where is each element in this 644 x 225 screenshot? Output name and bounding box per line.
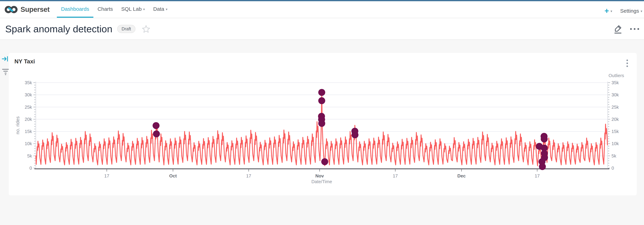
ellipsis-icon <box>638 28 639 30</box>
outlier-point[interactable] <box>321 158 328 165</box>
kebab-icon <box>626 62 628 64</box>
expand-filter-bar-icon <box>2 55 10 62</box>
filter-bar-button[interactable] <box>2 68 10 76</box>
x-axis-label: 17 <box>104 173 109 179</box>
kebab-icon <box>626 65 628 67</box>
settings-label: Settings <box>620 8 639 14</box>
x-axis-label: 17 <box>246 173 251 179</box>
x-axis-title: Date/Time <box>312 179 332 184</box>
outlier-point[interactable] <box>153 122 160 129</box>
timeseries-chart[interactable]: 005k5k10k10k15k15k20k20k25k25k30k30k35k3… <box>9 53 637 195</box>
nav-item-label: Charts <box>98 6 113 12</box>
infinity-icon <box>4 5 18 14</box>
outlier-point[interactable] <box>318 97 325 104</box>
nav-item-label: SQL Lab <box>121 6 142 12</box>
brand-name: Superset <box>20 5 50 13</box>
status-badge: Draft <box>117 25 135 33</box>
y-axis-label-right: 5k <box>612 153 616 159</box>
dashboard-header: Spark anomaly detection Draft <box>0 18 644 40</box>
y-axis-label-left: 35k <box>25 80 32 85</box>
navbar-right: + ▾ Settings ▾ <box>604 2 642 19</box>
star-icon <box>142 25 150 33</box>
x-axis-label: Oct <box>169 173 177 179</box>
expand-filter-bar-button[interactable] <box>2 55 10 63</box>
y-axis-label-right: 30k <box>612 92 619 97</box>
page-title: Spark anomaly detection <box>5 23 112 34</box>
y-axis-label-right: 10k <box>612 141 619 146</box>
nav-item-dashboards[interactable]: Dashboards <box>57 1 93 18</box>
outlier-point[interactable] <box>539 163 546 170</box>
x-axis-line <box>34 168 610 169</box>
outlier-point[interactable] <box>318 89 325 96</box>
y-axis-title: no. rides <box>15 116 20 134</box>
settings-menu[interactable]: Settings ▾ <box>620 8 642 14</box>
y-axis-label-left: 0 <box>30 166 32 171</box>
y-axis-label-left: 15k <box>25 129 32 134</box>
nav-item-charts[interactable]: Charts <box>93 1 117 18</box>
chart-menu-button[interactable] <box>626 58 629 68</box>
y-axis-label-right: 25k <box>612 105 619 110</box>
ellipsis-icon <box>634 28 636 30</box>
y-axis-label-left: 25k <box>25 105 32 110</box>
superset-dashboard-page: Superset DashboardsChartsSQL Lab▾Data▾ +… <box>0 0 644 225</box>
chart-title: NY Taxi <box>14 58 35 65</box>
plus-icon: + <box>604 7 609 15</box>
nav-item-label: Dashboards <box>61 6 89 12</box>
superset-brand[interactable]: Superset <box>0 1 50 18</box>
outlier-point[interactable] <box>352 131 358 138</box>
nav-item-sql-lab[interactable]: SQL Lab▾ <box>117 1 149 18</box>
y-axis-label-left: 5k <box>27 153 32 159</box>
y-axis-label-right: 15k <box>612 129 619 134</box>
y-axis-label-right: 0 <box>612 166 614 171</box>
outlier-point[interactable] <box>153 130 160 137</box>
y-axis-label-right: 35k <box>612 80 619 85</box>
nav-item-data[interactable]: Data▾ <box>149 1 172 18</box>
new-item-button[interactable]: + ▾ <box>604 7 612 15</box>
chevron-down-icon: ▾ <box>166 7 168 11</box>
chevron-down-icon: ▾ <box>143 7 145 11</box>
top-navbar: Superset DashboardsChartsSQL Lab▾Data▾ +… <box>0 1 644 18</box>
y-axis-label-left: 30k <box>25 92 32 97</box>
outlier-point[interactable] <box>541 154 548 161</box>
header-actions <box>613 24 639 34</box>
y-axis-label-left: 20k <box>25 117 32 122</box>
outlier-point[interactable] <box>541 136 548 143</box>
y-axis-label-right: 20k <box>612 117 619 122</box>
favorite-star-button[interactable] <box>142 25 150 33</box>
chart-card: 005k5k10k10k15k15k20k20k25k25k30k30k35k3… <box>9 53 637 195</box>
y-axis-label-left: 10k <box>25 141 32 146</box>
x-axis-label: Dec <box>458 173 466 179</box>
main-nav: DashboardsChartsSQL Lab▾Data▾ <box>57 1 172 18</box>
ellipsis-icon <box>630 28 632 30</box>
x-axis-label: 17 <box>535 173 540 179</box>
kebab-icon <box>626 59 628 61</box>
filter-lines-icon <box>2 68 10 75</box>
x-axis-label: 17 <box>393 173 398 179</box>
nav-item-label: Data <box>153 6 164 12</box>
edit-dashboard-button[interactable] <box>613 24 622 34</box>
more-actions-button[interactable] <box>630 28 639 30</box>
chevron-down-icon: ▾ <box>610 9 612 13</box>
secondary-axis-title: Outliers <box>608 73 624 78</box>
outlier-point[interactable] <box>318 120 325 127</box>
x-axis-label: Nov <box>316 173 324 179</box>
chevron-down-icon: ▾ <box>640 9 642 13</box>
pencil-icon <box>613 24 622 34</box>
top-accent-strip <box>0 0 644 1</box>
